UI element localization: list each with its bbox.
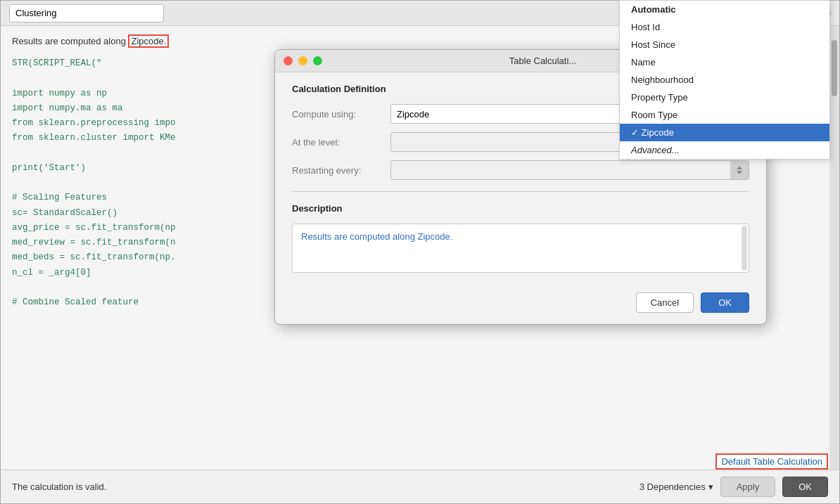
- dropdown-item[interactable]: Host Id: [620, 18, 829, 36]
- main-scrollbar[interactable]: [829, 26, 839, 470]
- default-table-calculation-link[interactable]: Default Table Calculation: [715, 453, 828, 470]
- dropdown-item[interactable]: Name: [620, 53, 829, 71]
- dropdown-item[interactable]: Advanced...: [620, 141, 829, 159]
- dialog-ok-button[interactable]: OK: [701, 292, 749, 313]
- dialog-maximize-dot[interactable]: [313, 56, 322, 65]
- description-scrollbar[interactable]: [742, 226, 747, 271]
- dropdown-item[interactable]: Property Type: [620, 89, 829, 106]
- dropdown-item[interactable]: ✓ Zipcode: [620, 124, 829, 141]
- search-input[interactable]: [9, 4, 164, 22]
- dialog-close-dot[interactable]: [284, 56, 293, 65]
- dropdown-item[interactable]: Room Type: [620, 106, 829, 124]
- cancel-button[interactable]: Cancel: [636, 292, 694, 313]
- arrow-up-gray-icon-2: [737, 166, 742, 169]
- at-level-label: At the level:: [292, 137, 390, 148]
- restarting-select-arrow: [730, 161, 749, 179]
- status-text: The calculation is valid.: [12, 482, 106, 492]
- description-section-title: Description: [292, 203, 749, 214]
- ok-main-button[interactable]: OK: [782, 477, 828, 497]
- restarting-select[interactable]: [390, 160, 749, 180]
- dependencies-button[interactable]: 3 Dependencies ▾: [639, 482, 713, 492]
- dropdown-menu: AutomaticHost IdHost SinceNameNeighbourh…: [619, 0, 830, 160]
- compute-label: Compute using:: [292, 109, 390, 119]
- dialog-footer: Cancel OK: [275, 284, 766, 324]
- dialog-minimize-dot[interactable]: [298, 56, 307, 65]
- dropdown-item[interactable]: Host Since: [620, 36, 829, 53]
- chevron-down-icon: ▾: [708, 482, 713, 492]
- arrow-down-gray-icon-2: [737, 171, 742, 174]
- apply-button[interactable]: Apply: [720, 477, 776, 497]
- scrollbar-thumb: [832, 40, 837, 96]
- restarting-label: Restarting every:: [292, 165, 390, 176]
- dropdown-item[interactable]: Automatic: [620, 1, 829, 18]
- description-text: Results are computed along Zipcode.: [301, 231, 452, 242]
- description-box: Results are computed along Zipcode.: [292, 224, 749, 273]
- restarting-row: Restarting every:: [292, 160, 749, 180]
- restarting-select-wrapper: [390, 160, 749, 180]
- bottom-bar: The calculation is valid. 3 Dependencies…: [1, 470, 839, 503]
- dropdown-item[interactable]: Neighbourhood: [620, 71, 829, 89]
- zipcode-highlight: Zipcode.: [128, 34, 169, 48]
- divider: [292, 191, 749, 192]
- bottom-right-actions: 3 Dependencies ▾ Apply OK: [639, 477, 828, 497]
